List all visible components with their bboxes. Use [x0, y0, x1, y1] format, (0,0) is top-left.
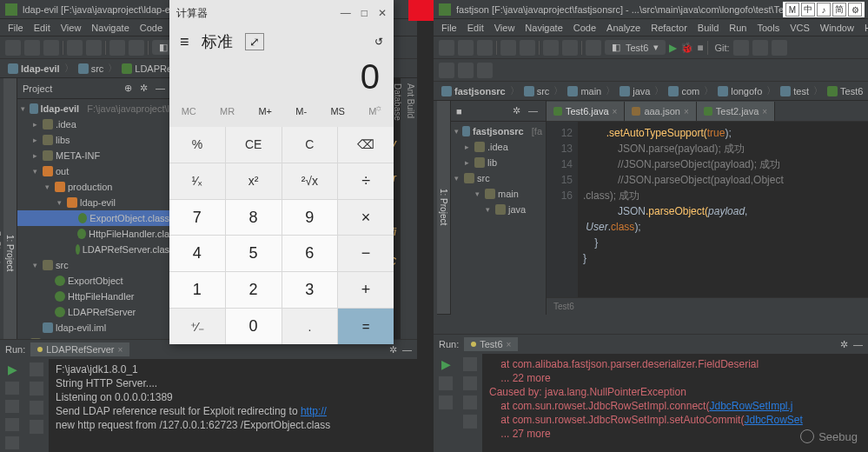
close-icon[interactable]: ✕ — [378, 7, 387, 19]
debug-icon[interactable]: 🐞 — [680, 42, 693, 54]
down-icon[interactable] — [463, 376, 477, 390]
key-2[interactable]: 2 — [226, 272, 282, 308]
collapse-icon[interactable]: ⊕ — [124, 83, 136, 95]
bc-module[interactable]: fastjsonsrc — [439, 85, 508, 97]
key-1[interactable]: 1 — [169, 272, 225, 308]
fwd-icon[interactable] — [562, 40, 578, 56]
save-icon[interactable] — [458, 40, 474, 56]
stop-icon[interactable] — [5, 382, 19, 395]
gear-icon[interactable]: ✲ — [840, 339, 848, 350]
redo-icon[interactable] — [520, 40, 535, 56]
back-icon[interactable] — [109, 40, 125, 56]
inverse-key[interactable]: ¹⁄ₓ — [169, 163, 225, 199]
search-icon[interactable] — [458, 63, 474, 78]
right-tree[interactable]: ▾fastjsonsrc [fa ▸.idea ▸lib ▾src ▾main … — [451, 122, 546, 315]
negate-key[interactable]: ⁺⁄₋ — [169, 309, 225, 344]
gear-icon[interactable]: ✲ — [140, 83, 152, 95]
key-0[interactable]: 0 — [226, 309, 282, 344]
menu-view[interactable]: View — [490, 21, 520, 35]
menu-run[interactable]: Run — [725, 21, 751, 35]
fwd-icon[interactable] — [129, 40, 144, 56]
right-menu-bar[interactable]: File Edit View Navigate Code Analyze Ref… — [434, 19, 868, 37]
menu-refactor[interactable]: Refactor — [646, 21, 692, 35]
square-key[interactable]: x² — [226, 163, 282, 199]
menu-edit[interactable]: Edit — [463, 21, 488, 35]
scroll-icon[interactable] — [463, 415, 477, 429]
hamburger-icon[interactable]: ≡ — [180, 33, 189, 51]
menu-file[interactable]: File — [437, 21, 461, 35]
wrap-icon[interactable] — [463, 396, 477, 409]
backspace-key[interactable]: ⌫ — [338, 127, 394, 163]
scroll-icon[interactable] — [30, 420, 43, 434]
open-icon[interactable] — [5, 40, 21, 56]
tray-gear[interactable]: ⚙ — [848, 3, 862, 17]
tab-aaa[interactable]: aaa.json× — [625, 102, 696, 121]
up-icon[interactable] — [463, 357, 477, 371]
mc-button[interactable]: MC — [182, 106, 196, 127]
rerun-icon[interactable]: ▶ — [8, 362, 17, 376]
hide-icon[interactable]: — — [528, 105, 540, 117]
mr-button[interactable]: MR — [220, 106, 235, 127]
key-6[interactable]: 6 — [282, 236, 338, 271]
stop-icon[interactable]: ■ — [697, 42, 703, 54]
menu-code[interactable]: Code — [569, 21, 600, 35]
git-pull-icon[interactable] — [733, 40, 749, 56]
decimal-key[interactable]: . — [282, 309, 338, 344]
menu-view[interactable]: View — [56, 21, 86, 35]
tab-test6[interactable]: Test6.java× — [547, 102, 625, 121]
menu-window[interactable]: Window — [816, 21, 858, 35]
menu-analyze[interactable]: Analyze — [602, 21, 645, 35]
divide-key[interactable]: ÷ — [338, 163, 394, 199]
save-icon[interactable] — [24, 40, 40, 56]
menu-navigate[interactable]: Navigate — [87, 21, 133, 35]
open-icon[interactable] — [439, 40, 454, 56]
git-commit-icon[interactable] — [752, 40, 768, 56]
add-key[interactable]: + — [338, 272, 394, 308]
undo-icon[interactable] — [500, 40, 516, 56]
equals-key[interactable]: = — [338, 309, 394, 344]
build-icon[interactable] — [586, 40, 601, 56]
left-console[interactable]: F:\java\jdk1.8.0_1 String HTTP Server...… — [49, 359, 417, 452]
key-3[interactable]: 3 — [282, 272, 338, 308]
run-tab[interactable]: LDAPRefServer× — [30, 342, 129, 356]
ms-button[interactable]: MS — [330, 106, 345, 127]
tray-lang[interactable]: 简 — [832, 3, 846, 17]
menu-file[interactable]: File — [3, 21, 28, 35]
calculator-window[interactable]: 计算器 — □ ✕ ≡ 标准 ⤢ ↺ 0 MC MR M+ M- MS M꙳ %… — [169, 0, 394, 344]
code-area[interactable]: 1213141516 .setAutoTypeSupport(true); JS… — [547, 122, 868, 297]
play-icon[interactable]: ▶ — [669, 42, 677, 54]
run-config-combo[interactable]: ◧Test6▾ — [605, 40, 666, 55]
bc-module[interactable]: ldap-evil — [5, 63, 63, 75]
key-8[interactable]: 8 — [226, 200, 282, 236]
rerun-icon[interactable]: ▶ — [441, 357, 451, 371]
tray-ime[interactable]: 中 — [801, 3, 815, 17]
up-icon[interactable] — [30, 362, 43, 376]
mminus-button[interactable]: M- — [295, 106, 307, 127]
bc-src[interactable]: src — [76, 63, 107, 75]
menu-edit[interactable]: Edit — [30, 21, 55, 35]
back-icon[interactable] — [543, 40, 559, 56]
git-push-icon[interactable] — [772, 40, 787, 56]
sync-icon[interactable] — [477, 40, 493, 56]
minimize-icon[interactable]: — — [341, 7, 351, 19]
pin-icon[interactable]: ⤢ — [245, 33, 264, 50]
trash-icon[interactable] — [5, 436, 19, 449]
sqrt-key[interactable]: ²√x — [282, 163, 338, 199]
key-7[interactable]: 7 — [169, 200, 225, 236]
ce-key[interactable]: CE — [226, 127, 282, 163]
hide-icon[interactable]: — — [853, 339, 863, 349]
menu-navigate[interactable]: Navigate — [520, 21, 567, 35]
menu-tools[interactable]: Tools — [752, 21, 784, 35]
hide-icon[interactable]: — — [402, 344, 412, 355]
layout-icon[interactable] — [5, 400, 19, 413]
percent-key[interactable]: % — [169, 127, 225, 163]
mlist-button[interactable]: M꙳ — [368, 106, 381, 127]
code-text[interactable]: .setAutoTypeSupport(true); JSON.parse(pa… — [578, 122, 868, 297]
layout-icon[interactable] — [439, 396, 453, 409]
tray-m[interactable]: M — [785, 3, 799, 17]
gear-icon[interactable]: ✲ — [513, 105, 525, 117]
run-tab[interactable]: Test6× — [464, 337, 518, 351]
replace-icon[interactable] — [477, 63, 493, 78]
hide-icon[interactable]: — — [156, 83, 168, 95]
multiply-key[interactable]: × — [338, 200, 394, 236]
